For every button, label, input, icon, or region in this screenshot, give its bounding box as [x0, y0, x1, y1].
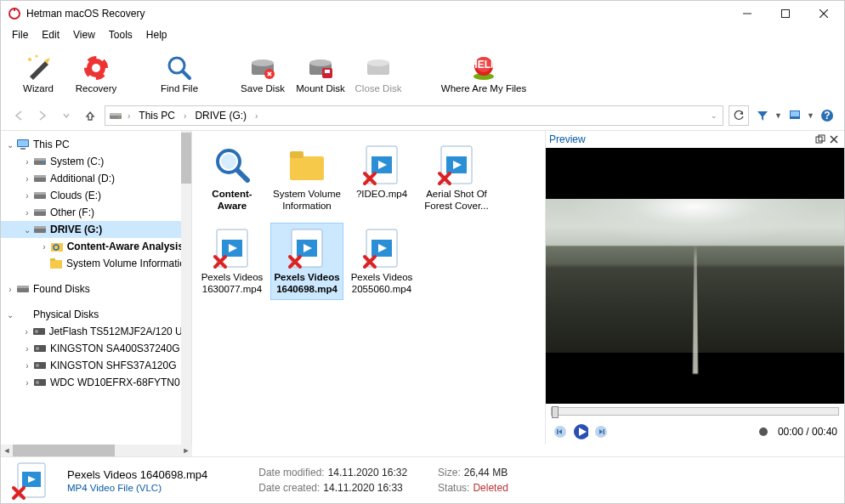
hdd-icon: [32, 325, 46, 338]
file-item-video[interactable]: ?IDEO.mp4: [345, 139, 418, 218]
seek-thumb[interactable]: [552, 406, 559, 418]
view-mode-dropdown[interactable]: ▼: [807, 111, 815, 120]
svg-point-30: [118, 116, 120, 118]
nav-forward-button[interactable]: [33, 106, 52, 125]
folder-tree[interactable]: ⌄ This PC › System (C:) › Additional (D:…: [1, 131, 181, 445]
svg-rect-42: [34, 175, 46, 178]
popout-icon[interactable]: [814, 133, 827, 146]
file-label: ?IDEO.mp4: [356, 188, 407, 200]
deleted-x-icon: [213, 254, 228, 269]
sidebar-h-scrollbar[interactable]: ◄ ►: [1, 445, 192, 456]
scrollbar-thumb[interactable]: [181, 133, 191, 184]
tool-where-are-my-files[interactable]: HELP Where Are My Files: [433, 48, 535, 99]
file-item-video[interactable]: Aerial Shot Of Forest Cover...: [420, 139, 493, 218]
minimize-button[interactable]: [728, 1, 766, 26]
help-button-icon: HELP: [470, 54, 497, 82]
tree-physical-disk[interactable]: › WDC WD10EFRX-68FYTN0: [1, 374, 181, 391]
drive-icon: [33, 172, 47, 185]
hdd-icon: [33, 342, 47, 355]
tree-found-disks[interactable]: › Found Disks: [1, 280, 181, 297]
tree-physical-disks[interactable]: ⌄ Physical Disks: [1, 306, 181, 323]
window-title: Hetman macOS Recovery: [26, 8, 728, 20]
tool-save-disk[interactable]: Save Disk: [234, 48, 292, 99]
tree-sys-vol[interactable]: › System Volume Information: [1, 255, 181, 272]
refresh-button[interactable]: [729, 105, 749, 126]
tree-label: JetFlash TS512MJF2A/120 USB: [49, 326, 181, 337]
tree-clouds-e[interactable]: › Clouds (E:): [1, 187, 181, 204]
tree-label: Clouds (E:): [50, 190, 101, 201]
tree-content-aware[interactable]: › Content-Aware Analysis: [1, 238, 181, 255]
drive-icon: [33, 206, 47, 219]
svg-rect-39: [34, 158, 46, 161]
file-item-content-aware[interactable]: Content-Aware Analysis: [196, 139, 269, 218]
play-button[interactable]: [573, 424, 588, 439]
file-item-video-selected[interactable]: Pexels Videos 1640698.mp4: [270, 223, 343, 300]
prev-button[interactable]: [553, 424, 568, 439]
tree-physical-disk[interactable]: › KINGSTON SHFS37A120G: [1, 357, 181, 374]
tool-recovery[interactable]: Recovery: [67, 48, 125, 99]
filter-button[interactable]: [754, 107, 771, 124]
nav-back-button[interactable]: [9, 106, 28, 125]
close-preview-icon[interactable]: [827, 133, 841, 146]
toolbar: Wizard Recovery Find File Save Disk Moun…: [1, 43, 844, 101]
breadcrumb-drive[interactable]: DRIVE (G:): [191, 110, 250, 122]
tree-other-f[interactable]: › Other (F:): [1, 204, 181, 221]
content: Content-Aware Analysis System Volume Inf…: [192, 131, 844, 445]
video-preview[interactable]: [546, 148, 844, 404]
svg-rect-3: [781, 10, 789, 18]
address-bar[interactable]: › This PC › DRIVE (G:) › ⌄: [105, 105, 723, 126]
file-item-sys-vol[interactable]: System Volume Information: [270, 139, 343, 218]
maximize-button[interactable]: [766, 1, 804, 26]
tree-system-c[interactable]: › System (C:): [1, 153, 181, 170]
view-mode-button[interactable]: [786, 107, 803, 124]
chevron-down-icon[interactable]: ⌄: [709, 111, 719, 120]
svg-point-56: [35, 330, 38, 333]
file-item-video[interactable]: Pexels Videos 2055060.mp4: [345, 223, 418, 300]
tree-physical-disk[interactable]: › KINGSTON SA400S37240G: [1, 340, 181, 357]
save-disk-icon: [249, 54, 276, 82]
menu-tools[interactable]: Tools: [102, 27, 139, 42]
filter-dropdown[interactable]: ▼: [774, 111, 783, 120]
seek-bar[interactable]: [546, 404, 844, 419]
navbar: › This PC › DRIVE (G:) › ⌄ ▼ ▼ ?: [1, 101, 844, 130]
nav-history-dropdown[interactable]: [57, 106, 76, 125]
tree-label: Physical Disks: [33, 309, 99, 320]
nav-up-button[interactable]: [81, 106, 99, 125]
video-file-icon: [360, 227, 403, 269]
status-file-name: Pexels Videos 1640698.mp4: [67, 468, 207, 481]
h-scrollbar-thumb[interactable]: [13, 445, 115, 456]
status-value: 14.11.2020 16:32: [328, 467, 407, 479]
record-button[interactable]: [756, 424, 771, 439]
tree-label: System Volume Information: [66, 258, 181, 269]
tree-physical-disk[interactable]: › JetFlash TS512MJF2A/120 USB: [1, 323, 181, 340]
menu-view[interactable]: View: [66, 27, 102, 42]
svg-point-16: [252, 59, 274, 66]
file-grid[interactable]: Content-Aware Analysis System Volume Inf…: [192, 131, 545, 445]
svg-rect-67: [290, 151, 303, 158]
file-item-video[interactable]: Pexels Videos 1630077.mp4: [196, 223, 269, 300]
playback-controls: 00:00 / 00:40: [546, 419, 844, 445]
svg-rect-52: [50, 258, 55, 261]
svg-rect-1: [14, 8, 15, 11]
status-value: Deleted: [473, 482, 508, 494]
tree-label: Additional (D:): [50, 173, 115, 184]
status-key: Status:: [438, 482, 469, 494]
tree-drive-g[interactable]: ⌄ DRIVE (G:): [1, 221, 181, 238]
status-file-type[interactable]: MP4 Video File (VLC): [67, 483, 207, 493]
sidebar-scrollbar[interactable]: [181, 131, 191, 445]
menu-edit[interactable]: Edit: [35, 27, 66, 42]
tree-label: KINGSTON SHFS37A120G: [50, 360, 177, 371]
help-button[interactable]: ?: [819, 107, 836, 124]
breadcrumb-this-pc[interactable]: This PC: [135, 110, 179, 122]
svg-rect-32: [791, 111, 799, 116]
tree-this-pc[interactable]: ⌄ This PC: [1, 136, 181, 153]
tool-mount-disk[interactable]: Mount Disk: [292, 48, 349, 99]
tree-additional-d[interactable]: › Additional (D:): [1, 170, 181, 187]
menu-help[interactable]: Help: [139, 27, 174, 42]
close-button[interactable]: [804, 1, 842, 26]
next-button[interactable]: [593, 424, 609, 439]
menu-file[interactable]: File: [5, 27, 35, 42]
tool-wizard[interactable]: Wizard: [9, 48, 67, 99]
svg-point-19: [309, 59, 332, 66]
tool-find-file[interactable]: Find File: [150, 48, 208, 99]
